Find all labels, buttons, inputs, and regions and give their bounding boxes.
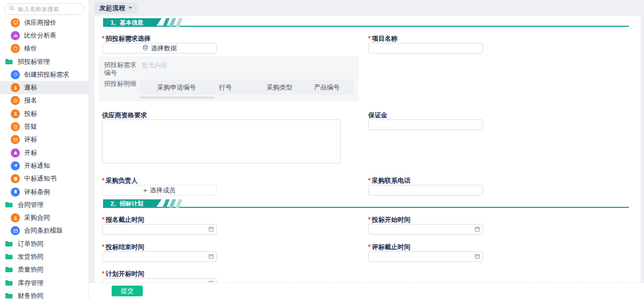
sidebar-item[interactable]: 邀标: [0, 81, 89, 94]
field-eval-deadline: 评标截止时间: [368, 243, 483, 262]
field-label: 项目名称: [368, 35, 483, 43]
sidebar-item-label: 供应商报价: [24, 18, 56, 27]
launch-process-label: 发起流程: [99, 4, 125, 13]
bell-icon: [11, 148, 20, 158]
horizontal-scrollbar[interactable]: [140, 96, 215, 99]
shield-check-icon: [11, 174, 20, 183]
field-label: 投标结束时间: [102, 243, 217, 251]
choose-member-label: 选择成员: [150, 186, 175, 195]
submit-button[interactable]: 提交: [112, 286, 143, 296]
field-label: 投标开始时间: [368, 216, 483, 224]
target-icon: [11, 96, 20, 105]
bid-end-time-input[interactable]: [102, 251, 217, 262]
supplier-qualification-textarea[interactable]: [102, 119, 341, 163]
field-label: 保证金: [368, 111, 483, 119]
field-label: 供应商资格要求: [102, 111, 341, 119]
bid-detail-label: 招投标明细: [104, 80, 140, 99]
field-bid-end-time: 投标结束时间: [102, 243, 217, 262]
sidebar-item[interactable]: 评标条例: [0, 185, 89, 198]
screen-icon: [11, 18, 20, 27]
send-icon: [11, 161, 20, 170]
signup-deadline-input[interactable]: [102, 224, 217, 235]
sidebar-item[interactable]: 合同管理: [0, 198, 89, 211]
sidebar-item[interactable]: 投标: [0, 107, 89, 120]
sidebar-item-label: 发货协同: [18, 252, 43, 261]
launch-process-button[interactable]: 发起流程: [94, 2, 138, 14]
document-icon: [11, 122, 20, 131]
bid-start-time-input[interactable]: [368, 224, 483, 235]
shield-icon: [11, 44, 20, 53]
sidebar-item-label: 比价分析表: [24, 31, 56, 40]
folder-icon: [5, 293, 13, 299]
sidebar-item[interactable]: 订单协同: [0, 237, 89, 250]
table-header-cell: 采购申请编号: [153, 83, 215, 92]
field-label: 计划开标时间: [102, 270, 217, 278]
select-data-button[interactable]: 选择数据: [102, 43, 217, 54]
main-area: 发起流程 1、基本信息 招投标需求选择 选择数据 项目名称: [89, 0, 644, 299]
eval-deadline-input[interactable]: [368, 251, 483, 262]
field-bid-start-time: 投标开始时间: [368, 216, 483, 235]
sidebar-item-label: 投标: [24, 109, 37, 118]
sidebar-item-label: 招投标管理: [18, 57, 50, 66]
sidebar-item-label: 合同条款模版: [24, 226, 63, 235]
folder-icon: [5, 201, 13, 208]
sidebar-item[interactable]: 开标: [0, 146, 89, 159]
sidebar: 输入名称来搜索 供应商报价比价分析表核价招投标管理创建招投标需求邀标报名投标答疑…: [0, 0, 89, 299]
sidebar-item[interactable]: 核价: [0, 42, 89, 55]
sidebar-item[interactable]: 评标: [0, 133, 89, 146]
contact-phone-input[interactable]: [368, 185, 483, 196]
sidebar-item-label: 开标通知: [24, 161, 50, 170]
sidebar-search-input[interactable]: 输入名称来搜索: [4, 3, 84, 15]
field-label: 采购负责人: [102, 177, 217, 185]
section-underline: [103, 207, 629, 208]
form-footer: 提交: [89, 282, 644, 299]
select-data-label: 选择数据: [151, 44, 177, 53]
choose-member-button[interactable]: + 选择成员: [102, 185, 217, 196]
sidebar-item[interactable]: 开标通知: [0, 159, 89, 172]
sidebar-item-label: 评标: [24, 135, 37, 144]
deposit-input[interactable]: [368, 119, 483, 130]
sidebar-item-label: 评标条例: [24, 188, 50, 197]
field-bid-requirement-select: 招投标需求选择 选择数据: [102, 35, 217, 54]
sidebar-item[interactable]: 质量协同: [0, 264, 89, 276]
section-title: 1、基本信息: [103, 18, 162, 27]
plus-icon: +: [143, 187, 148, 194]
field-signup-deadline: 报名截止时间: [102, 216, 217, 235]
sidebar-item[interactable]: 比价分析表: [0, 29, 89, 42]
folder-icon: [5, 253, 13, 260]
sidebar-item[interactable]: 创建招投标需求: [0, 68, 89, 81]
sidebar-item-label: 采购合同: [24, 213, 50, 222]
sidebar-item-label: 中标通知书: [24, 174, 56, 183]
field-project-name: 项目名称: [368, 35, 483, 54]
field-contact-phone: 采购联系电话: [368, 177, 483, 196]
sidebar-item[interactable]: 库存管理: [0, 276, 89, 289]
requirement-no-value: 暂无内容: [142, 61, 167, 77]
person-icon: [11, 83, 20, 92]
project-name-input[interactable]: [368, 43, 483, 54]
chevron-down-icon: [128, 4, 133, 12]
sidebar-item[interactable]: 报名: [0, 94, 89, 107]
sidebar-item-label: 核价: [24, 44, 37, 53]
folder-icon: [5, 280, 13, 287]
sidebar-item-label: 库存管理: [18, 279, 43, 288]
form-card: 1、基本信息 招投标需求选择 选择数据 项目名称 招投标需求编号 暂无内容: [94, 16, 641, 299]
database-icon: [142, 44, 149, 53]
mail-icon: [11, 226, 20, 235]
sidebar-item-label: 开标: [24, 148, 37, 158]
field-label: 评标截止时间: [368, 243, 483, 251]
sidebar-item[interactable]: 财务协同: [0, 289, 89, 299]
search-placeholder: 输入名称来搜索: [18, 5, 59, 13]
sidebar-item[interactable]: 中标通知书: [0, 173, 89, 185]
folder-icon: [5, 266, 13, 273]
bid-detail-table: 采购申请编号行号采购类型产品编号: [140, 80, 354, 99]
sidebar-item[interactable]: 合同条款模版: [0, 225, 89, 237]
sidebar-item[interactable]: 采购合同: [0, 211, 89, 224]
sidebar-item[interactable]: 答疑: [0, 120, 89, 133]
sidebar-item[interactable]: 发货协同: [0, 250, 89, 263]
person-icon: [11, 213, 20, 222]
sidebar-item-label: 邀标: [24, 83, 37, 92]
section-bid-plan-header: 2、招标计划: [103, 199, 629, 208]
sidebar-item[interactable]: 招投标管理: [0, 55, 89, 68]
sidebar-item[interactable]: 供应商报价: [0, 16, 89, 29]
bar-chart-icon: [11, 31, 20, 40]
